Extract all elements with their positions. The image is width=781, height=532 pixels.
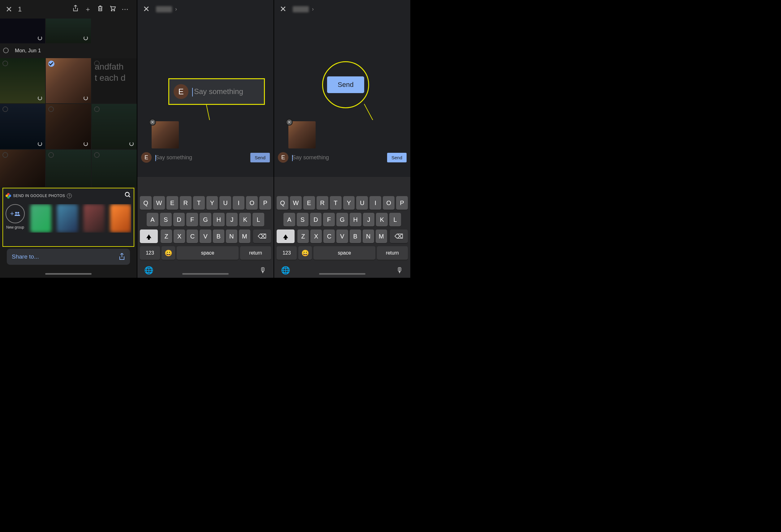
photo-cell[interactable] [92,104,137,149]
photo-cell[interactable] [0,150,45,187]
contact-suggestion[interactable] [110,204,131,233]
backspace-key[interactable]: ⌫ [390,229,408,243]
return-key[interactable]: return [377,246,408,260]
key-l[interactable]: L [389,213,401,226]
space-key[interactable]: space [314,246,375,260]
mic-icon[interactable]: 🎙 [259,266,267,275]
new-group-button[interactable]: + New group [6,204,25,233]
key-k[interactable]: K [239,213,251,226]
key-y[interactable]: Y [343,196,355,210]
key-g[interactable]: G [336,213,348,226]
key-s[interactable]: S [160,213,172,226]
key-o[interactable]: O [246,196,258,210]
photo-cell[interactable] [46,104,91,149]
key-n[interactable]: N [363,229,374,243]
close-icon[interactable]: ✕ [6,5,12,14]
send-button[interactable]: Send [387,153,407,162]
mic-icon[interactable]: 🎙 [396,266,404,275]
key-e[interactable]: E [303,196,315,210]
key-m[interactable]: M [239,229,250,243]
photo-cell[interactable] [46,150,91,187]
key-a[interactable]: A [147,213,158,226]
contact-suggestion[interactable] [57,204,78,233]
chevron-right-icon[interactable]: › [312,6,314,12]
key-b[interactable]: B [213,229,224,243]
key-s[interactable]: S [297,213,309,226]
key-p[interactable]: P [259,196,271,210]
attached-photo-thumbnail[interactable]: ✕ [288,121,316,148]
key-x[interactable]: X [311,229,322,243]
key-o[interactable]: O [383,196,395,210]
backspace-key[interactable]: ⌫ [253,229,271,243]
chevron-right-icon[interactable]: › [175,6,177,12]
message-input[interactable]: Say something [292,154,383,161]
key-v[interactable]: V [200,229,211,243]
key-y[interactable]: Y [206,196,218,210]
key-i[interactable]: I [233,196,244,210]
key-t[interactable]: T [193,196,205,210]
key-a[interactable]: A [283,213,295,226]
search-icon[interactable] [124,191,131,200]
key-r[interactable]: R [317,196,328,210]
key-m[interactable]: M [376,229,387,243]
photo-cell[interactable] [0,58,45,103]
key-n[interactable]: N [226,229,237,243]
photo-cell-selected[interactable] [46,58,91,103]
share-icon[interactable] [69,5,82,14]
close-icon[interactable]: ✕ [280,4,287,14]
share-to-button[interactable]: Share to... [7,249,130,265]
key-i[interactable]: I [369,196,381,210]
emoji-key[interactable]: 😀 [162,246,175,260]
key-q[interactable]: Q [277,196,288,210]
add-icon[interactable]: ＋ [82,5,94,14]
key-h[interactable]: H [213,213,224,226]
key-j[interactable]: J [226,213,238,226]
contact-suggestion[interactable] [30,204,51,233]
numbers-key[interactable]: 123 [277,246,297,260]
home-indicator[interactable] [45,273,92,275]
key-w[interactable]: W [153,196,165,210]
key-j[interactable]: J [363,213,375,226]
numbers-key[interactable]: 123 [140,246,160,260]
key-r[interactable]: R [180,196,192,210]
key-q[interactable]: Q [140,196,152,210]
key-u[interactable]: U [219,196,231,210]
trash-icon[interactable] [94,5,107,13]
key-k[interactable]: K [376,213,388,226]
return-key[interactable]: return [240,246,271,260]
key-d[interactable]: D [310,213,322,226]
key-h[interactable]: H [350,213,361,226]
key-p[interactable]: P [396,196,408,210]
key-f[interactable]: F [323,213,335,226]
help-icon[interactable]: ? [67,193,72,198]
shift-key[interactable] [140,229,158,243]
key-c[interactable]: C [187,229,198,243]
section-header[interactable]: Mon, Jun 1 [0,43,137,58]
attached-photo-thumbnail[interactable]: ✕ [152,121,179,148]
remove-attachment-icon[interactable]: ✕ [286,119,293,126]
close-icon[interactable]: ✕ [143,4,150,14]
overflow-icon[interactable]: ⋯ [119,5,131,13]
key-e[interactable]: E [166,196,178,210]
key-u[interactable]: U [356,196,368,210]
message-input[interactable]: Say something [155,154,247,161]
photo-cell[interactable] [92,150,137,187]
key-z[interactable]: Z [161,229,172,243]
key-x[interactable]: X [174,229,185,243]
key-z[interactable]: Z [297,229,309,243]
photo-cell[interactable] [0,104,45,149]
globe-icon[interactable]: 🌐 [281,266,290,275]
key-g[interactable]: G [200,213,211,226]
photo-cell[interactable]: andfatht each d [92,58,137,103]
globe-icon[interactable]: 🌐 [144,266,154,275]
home-indicator[interactable] [182,273,229,275]
key-c[interactable]: C [323,229,335,243]
key-w[interactable]: W [290,196,302,210]
remove-attachment-icon[interactable]: ✕ [149,119,156,126]
send-button[interactable]: Send [250,153,270,162]
space-key[interactable]: space [177,246,239,260]
key-d[interactable]: D [173,213,185,226]
cart-icon[interactable] [107,5,119,13]
section-select-ring[interactable] [3,48,9,53]
key-v[interactable]: V [336,229,348,243]
